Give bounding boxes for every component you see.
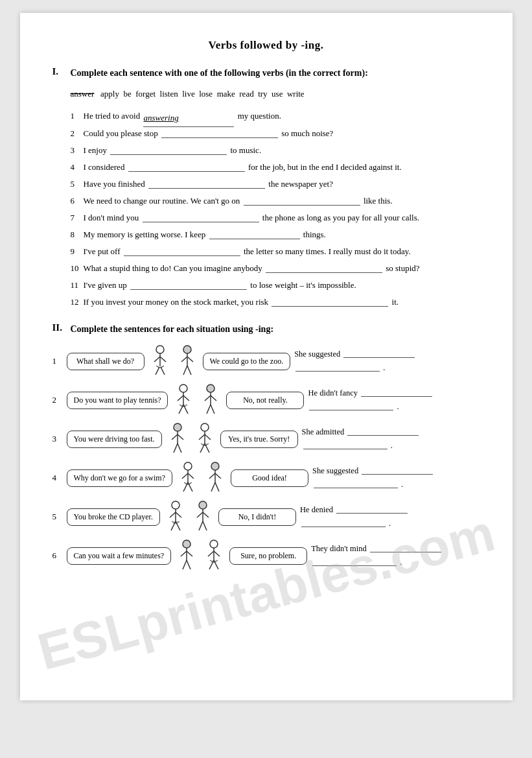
page-title: Verbs followed by -ing. (52, 39, 480, 52)
bubble-1-left: What shall we do? (67, 353, 145, 371)
figure-5-left (164, 501, 187, 533)
svg-line-27 (178, 434, 183, 440)
svg-line-58 (199, 521, 203, 530)
section1-instruction: Complete each sentence with one of the f… (71, 66, 368, 80)
svg-line-22 (207, 405, 211, 414)
section1-numeral: I. (52, 66, 65, 77)
svg-point-30 (201, 423, 209, 431)
completion-6: They didn't mind . (311, 542, 443, 570)
svg-line-64 (183, 560, 187, 569)
svg-point-24 (174, 423, 181, 431)
completion-5: He denied . (300, 503, 409, 531)
bubble-2-right: No, not really. (226, 392, 304, 410)
svg-line-8 (181, 357, 187, 362)
worksheet-page: ESLprintables.com Verbs followed by -ing… (20, 13, 513, 700)
svg-line-47 (215, 482, 219, 492)
svg-line-3 (160, 357, 166, 362)
dialogue-row-4: 4 Why don't we go for a swim? (52, 462, 480, 494)
section1-header: I. Complete each sentence with one of th… (52, 66, 480, 80)
svg-line-69 (214, 551, 220, 556)
svg-line-57 (203, 512, 209, 517)
exercise-item-2: 2 Could you please stop so much noise? (71, 125, 480, 142)
figure-3-right (193, 423, 216, 455)
exercise-item-5: 5 Have you finished the newspaper yet? (71, 176, 480, 193)
exercise-item-3: 3 I enjoy to music. (71, 142, 480, 159)
completion-1: She suggested . (294, 348, 416, 375)
dialogue-row-5: 5 You broke the CD player. (52, 501, 480, 533)
svg-line-46 (211, 482, 215, 492)
dialogue-row-2: 2 Do you want to play tennis? (52, 384, 480, 416)
svg-line-26 (172, 434, 178, 440)
bubble-4-left: Why don't we go for a swim? (67, 469, 172, 488)
section2-instruction: Complete the sentences for each situatio… (71, 322, 274, 336)
svg-point-6 (183, 346, 191, 353)
exercise-item-8: 8 My memory is getting worse. I keep thi… (71, 226, 480, 243)
svg-line-29 (178, 444, 181, 453)
figure-4-right (203, 462, 227, 494)
figure-3-left (166, 423, 189, 455)
figure-4-left (176, 462, 200, 494)
svg-line-38 (182, 473, 188, 479)
figure-2-left (172, 384, 195, 416)
word-answer: answer (71, 89, 95, 99)
svg-line-63 (187, 551, 192, 556)
svg-point-42 (211, 462, 219, 470)
svg-point-66 (210, 540, 218, 548)
svg-line-2 (154, 357, 160, 362)
svg-point-0 (156, 346, 164, 353)
svg-line-45 (215, 473, 221, 479)
svg-line-14 (178, 396, 183, 401)
completion-2: He didn't fancy . (308, 386, 434, 414)
figure-6-right (202, 539, 226, 572)
completion-4: She suggested . (312, 464, 434, 492)
bubble-2-left: Do you want to play tennis? (67, 392, 168, 410)
svg-line-51 (176, 512, 181, 517)
bubble-5-left: You broke the CD player. (67, 508, 160, 527)
svg-line-9 (187, 357, 193, 362)
dialogue-row-1: 1 What shall we do? (52, 345, 480, 377)
svg-line-68 (208, 551, 214, 556)
figure-6-left (175, 539, 198, 572)
bubble-3-right: Yes, it's true. Sorry! (220, 431, 298, 449)
exercise-item-11: 11 I've given up to lose weight – it's i… (71, 277, 480, 294)
section2-header: II. Complete the sentences for each situ… (52, 322, 480, 336)
dialogue-row-3: 3 You were driving too fast. (52, 423, 480, 455)
exercise-item-4: 4 I considered for the job, but in the e… (71, 159, 480, 176)
svg-line-10 (183, 366, 187, 375)
svg-line-20 (205, 396, 211, 401)
section2-numeral: II. (52, 322, 65, 333)
exercise-item-1: 1 He tried to avoid answering my questio… (71, 108, 480, 125)
completion-3: She admitted . (302, 425, 421, 453)
bubble-6-left: Can you wait a few minutes? (67, 547, 172, 565)
svg-line-23 (211, 405, 214, 414)
figure-1-right (176, 345, 199, 377)
figure-5-right (191, 501, 214, 533)
svg-point-36 (184, 462, 192, 470)
svg-line-11 (187, 366, 191, 375)
svg-line-62 (181, 551, 187, 556)
svg-point-12 (179, 385, 187, 392)
word-bank: answer apply be forget listen live lose … (71, 86, 480, 101)
figure-1-left (148, 345, 172, 377)
bubble-3-left: You were driving too fast. (67, 431, 162, 449)
svg-line-39 (188, 473, 194, 479)
exercise-item-9: 9 I've put off the letter so many times.… (71, 243, 480, 260)
svg-line-28 (174, 444, 178, 453)
svg-point-60 (183, 540, 191, 548)
svg-point-48 (172, 501, 179, 509)
svg-line-33 (205, 434, 211, 440)
svg-line-21 (211, 396, 216, 401)
svg-line-50 (170, 512, 176, 517)
exercise-item-10: 10 What a stupid thing to do! Can you im… (71, 260, 480, 277)
svg-point-18 (207, 385, 214, 392)
svg-line-32 (199, 434, 205, 440)
bubble-4-right: Good idea! (231, 469, 308, 488)
svg-line-44 (209, 473, 215, 479)
figure-2-right (199, 384, 222, 416)
svg-point-54 (199, 501, 207, 509)
dialogue-row-6: 6 Can you wait a few minutes? (52, 539, 480, 572)
svg-line-56 (197, 512, 203, 517)
svg-line-15 (183, 396, 189, 401)
bubble-1-right: We could go to the zoo. (203, 353, 291, 371)
exercise-item-7: 7 I don't mind you the phone as long as … (71, 209, 480, 226)
